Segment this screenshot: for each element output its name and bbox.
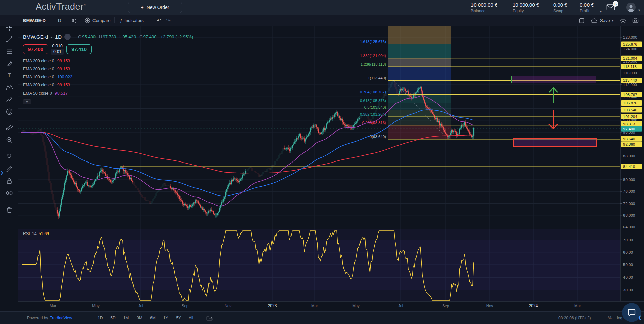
range-1d[interactable]: 1D — [98, 316, 103, 320]
indicator-row[interactable]: EMA 200 close 098.153 — [23, 57, 193, 65]
demand-zone-box — [514, 138, 596, 146]
menu-icon[interactable] — [3, 4, 11, 10]
drawing-shapes — [511, 76, 596, 146]
header-bar: ActivTrader™ + New Order 10 000.00 €Bala… — [0, 0, 644, 15]
drawing-mode-icon[interactable] — [5, 165, 13, 173]
side-panel-chevron-icon[interactable]: ❯ — [0, 170, 4, 175]
price-axis: 128.000124.000120.000116.000112.000108.0… — [620, 35, 642, 292]
hide-all-drawings-icon[interactable] — [5, 189, 13, 197]
down-arrow — [549, 110, 557, 129]
layout-button[interactable] — [579, 15, 584, 26]
percent-scale-button[interactable]: % — [608, 312, 612, 324]
indicator-row[interactable]: EMA 100 close 0100.022 — [23, 73, 193, 81]
screenshot-button[interactable] — [632, 15, 639, 26]
legend-expand-button[interactable]: ▼ — [23, 99, 31, 104]
emoji-icon[interactable] — [5, 108, 13, 116]
svg-text:0.764(108.767): 0.764(108.767) — [360, 90, 386, 94]
svg-text:105.876: 105.876 — [623, 101, 637, 105]
settings-button[interactable] — [620, 15, 626, 26]
zoom-in-icon[interactable] — [5, 136, 13, 144]
tradingview-link[interactable]: TradingView — [50, 316, 72, 320]
svg-text:92.360: 92.360 — [623, 142, 635, 146]
sell-button[interactable]: 97.400 — [23, 44, 48, 54]
range-5d[interactable]: 5D — [110, 316, 115, 320]
svg-text:64.000: 64.000 — [623, 225, 635, 229]
collapse-right-icon[interactable]: ❮ — [638, 315, 642, 320]
svg-text:T: T — [8, 73, 11, 78]
avatar-caret-icon[interactable]: ▼ — [638, 9, 641, 12]
svg-text:128.000: 128.000 — [623, 35, 637, 39]
svg-text:Jul: Jul — [398, 304, 403, 308]
drawing-toolbar: T — [0, 26, 18, 311]
rsi-legend[interactable]: RSI 14 51.69 — [23, 231, 49, 236]
svg-text:98.313: 98.313 — [623, 122, 635, 126]
balance-stat: 10 000.00 €Balance — [471, 2, 497, 13]
legend-collapse-button[interactable]: – — [64, 34, 71, 40]
remove-all-drawings-icon[interactable] — [5, 206, 13, 214]
svg-text:84.410: 84.410 — [623, 165, 635, 169]
indicator-row[interactable]: EMA 200 close 098.153 — [23, 65, 193, 73]
range-3m[interactable]: 3M — [137, 316, 142, 320]
compare-button[interactable]: Compare — [85, 15, 110, 26]
chart-type-button[interactable] — [71, 15, 77, 26]
buy-button[interactable]: 97.410 — [66, 44, 92, 54]
forecast-icon[interactable] — [5, 96, 13, 104]
goto-date-button[interactable] — [206, 312, 213, 324]
rsi-axis-label: 50.00 — [623, 263, 633, 267]
indicators-button[interactable]: ƒ Indicators — [120, 15, 144, 26]
mail-badge: 6 — [613, 1, 618, 7]
svg-text:May: May — [92, 304, 100, 308]
text-icon[interactable]: T — [5, 72, 13, 80]
layout-square-icon — [579, 18, 584, 23]
clock[interactable]: 08:20:06 (UTC+2) — [558, 312, 591, 324]
svg-text:Sep: Sep — [442, 304, 449, 308]
svg-text:93.640: 93.640 — [623, 137, 635, 141]
range-1y[interactable]: 1Y — [163, 316, 168, 320]
ohlc-values: O95.430 H97.730 L95.420 C97.400 +2.790 (… — [78, 34, 193, 39]
chat-bubble-icon — [627, 309, 636, 317]
measure-icon[interactable] — [5, 123, 13, 132]
range-1m[interactable]: 1M — [123, 316, 129, 320]
undo-button[interactable]: ↶ — [157, 15, 161, 26]
rsi-axis-label: 60.00 — [623, 250, 633, 254]
rsi-axis-label: 70.00 — [623, 238, 633, 242]
chart-toolbar: BMW.GE-D D Compare ƒ Indicators ↶ ↷ Save… — [0, 15, 644, 26]
svg-text:124.000: 124.000 — [623, 47, 637, 51]
svg-text:Mar: Mar — [50, 304, 56, 308]
symbol-button[interactable]: BMW.GE-D — [23, 15, 46, 26]
plus-icon: + — [141, 5, 144, 10]
new-order-button[interactable]: + New Order — [128, 2, 182, 13]
xabcd-pattern-icon[interactable] — [5, 83, 13, 92]
indicator-row[interactable]: EMA 50 close 098.517 — [23, 89, 193, 97]
range-all[interactable]: All — [189, 316, 193, 320]
user-icon — [626, 3, 636, 12]
brush-icon[interactable] — [5, 60, 13, 68]
range-buttons: 1D5D1M3M6M1Y5YAll — [98, 312, 193, 324]
indicator-row[interactable]: EMA 200 close 098.153 — [23, 81, 193, 89]
svg-text:May: May — [352, 304, 360, 308]
log-scale-button[interactable]: log — [617, 312, 622, 324]
avatar[interactable] — [626, 3, 636, 12]
indicator-legend-rows: EMA 200 close 098.153EMA 200 close 098.1… — [23, 57, 193, 97]
redo-button[interactable]: ↷ — [166, 15, 171, 26]
svg-text:Nov: Nov — [486, 304, 493, 308]
legend-symbol[interactable]: BMW.GE-d — [23, 34, 48, 40]
interval-button[interactable]: D — [58, 15, 61, 26]
bottom-bar: Powered by TradingView 1D5D1M3M6M1Y5YAll… — [0, 311, 644, 324]
fib-retracement-icon[interactable] — [5, 47, 13, 56]
save-button[interactable]: Save ▾ — [591, 15, 613, 26]
trend-line-icon[interactable] — [5, 35, 13, 43]
spread: 0.010 0.01 — [51, 44, 64, 55]
equity-stat: 10 000.00 €Equity — [513, 2, 539, 13]
plus-circle-icon — [85, 17, 90, 23]
range-5y[interactable]: 5Y — [176, 316, 181, 320]
svg-text:113.440: 113.440 — [623, 78, 637, 82]
profit-caret-icon[interactable]: ▼ — [599, 10, 602, 13]
magnet-icon[interactable] — [5, 152, 13, 160]
app-logo: ActivTrader™ — [36, 2, 87, 12]
svg-text:68.000: 68.000 — [623, 213, 635, 217]
lock-all-drawings-icon[interactable] — [5, 177, 13, 185]
svg-text:Mar: Mar — [574, 304, 581, 308]
range-6m[interactable]: 6M — [150, 316, 156, 320]
svg-text:0.5(103.540): 0.5(103.540) — [364, 105, 386, 109]
